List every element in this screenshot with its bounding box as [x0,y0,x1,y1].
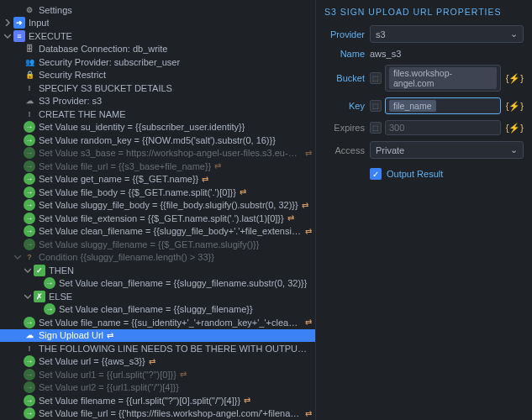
item-sv-sluggy-filename[interactable]: → Set Value sluggy_filename = {{$_GET.na… [0,238,315,251]
value: files.workshop-angel.com [389,67,497,89]
item-s3-provider[interactable]: ☁ S3 Provider: s3 [0,95,315,108]
prop-key: Key ⬚ file_name {⚡} [324,97,524,114]
output-badge: ⇄ [202,175,208,184]
arrow-icon: → [44,303,55,315]
label: Settings [39,5,72,15]
item-sv-random-key[interactable]: → Set Value random_key = {{NOW.md5('salt… [0,134,315,147]
dynamic-icon[interactable]: ⬚ [370,122,382,134]
item-condition[interactable]: ? Condition {{sluggy_filename.length() >… [0,251,315,265]
then-icon: ✓ [34,265,45,276]
item-sv-sluggy-file-body[interactable]: → Set Value sluggy_file_body = {{file_bo… [0,199,315,213]
value: 300 [389,123,404,133]
item-security-provider[interactable]: 👥 Security Provider: subscriber_user [0,55,315,69]
item-sv-then-clean[interactable]: → Set Value clean_filename = {{sluggy_fi… [0,277,315,291]
item-specify-s3[interactable]: ! SPECIFY S3 BUCKET DETAILS [0,81,315,95]
label: Sign Upload Url [39,330,103,340]
item-sv-filename2[interactable]: → Set Value filename = {{url.split("?")[… [0,394,315,407]
bolt-icon[interactable]: {⚡} [506,101,524,112]
item-sv-file-url2[interactable]: → Set Value file_url = {{'https://files.… [0,407,315,421]
access-select[interactable]: Private ⌄ [370,141,524,159]
label: Set Value file_extension = {{$_GET.name.… [39,213,284,223]
cloud-icon: ☁ [24,95,35,107]
value: file_name [389,100,436,112]
bolt-icon[interactable]: {⚡} [506,73,524,84]
label: Set Value filename = {{url.split("?")[0]… [39,396,240,406]
label: Set Value file_body = {{$_GET.name.split… [39,187,236,197]
label: Key [324,101,365,111]
prop-name: Name aws_s3 [324,49,524,59]
provider-select[interactable]: s3 ⌄ [370,25,524,43]
item-settings[interactable]: ⚙ Settings [0,3,315,17]
label: Access [324,145,365,155]
item-sv-url2[interactable]: → Set Value url2 = {{url1.split("/")[4]}… [0,381,315,395]
output-badge: ⇄ [149,357,155,366]
name-input[interactable]: aws_s3 [370,49,401,59]
output-badge: ⇄ [305,318,312,327]
chevron-down-icon [24,266,32,275]
item-sv-su-identity[interactable]: → Set Value su_identity = {{subscriber_u… [0,121,315,134]
label: Provider [324,29,365,39]
label: Set Value clean_filename = {{sluggy_file… [59,304,253,314]
item-input[interactable]: ➜ Input [0,17,315,30]
chevron-right-icon [3,18,12,27]
key-input[interactable]: file_name [385,97,501,114]
bolt-icon[interactable]: {⚡} [506,123,524,134]
output-badge: ⇄ [302,201,308,210]
output-checkbox[interactable]: ✓ [370,168,382,180]
item-sign-upload[interactable]: ☁ Sign Upload Url ⇄ [0,329,315,343]
label: Set Value sluggy_file_body = {{file_body… [39,200,298,210]
item-security-restrict[interactable]: 🔒 Security Restrict [0,69,315,82]
prop-provider: Provider s3 ⌄ [324,25,524,43]
arrow-icon: → [24,407,35,419]
question-icon: ? [24,251,35,263]
output-badge: ⇄ [244,396,250,405]
prop-bucket: Bucket ⬚ files.workshop-angel.com {⚡} [324,65,524,92]
item-sv-else-clean[interactable]: → Set Value clean_filename = {{sluggy_fi… [0,303,315,317]
label: Security Restrict [39,70,106,80]
arrow-icon: → [24,134,35,146]
item-sv-clean-filename[interactable]: → Set Value clean_filename = {{sluggy_fi… [0,225,315,239]
label: Bucket [324,73,365,83]
panel-title: S3 SIGN UPLOAD URL PROPERTIES [324,7,524,17]
dynamic-icon[interactable]: ⬚ [370,100,382,112]
arrow-icon: → [24,199,35,211]
item-sv-url[interactable]: → Set Value url = {{aws_s3}} ⇄ [0,355,315,369]
item-execute[interactable]: ≡ EXECUTE [0,29,315,43]
arrow-icon: → [24,173,35,185]
expires-input[interactable]: 300 [385,120,501,135]
label: Set Value url1 = {{url.split("?")[0]}} [39,370,176,380]
label: ELSE [49,291,72,302]
comment-icon: ! [24,82,35,94]
label: Set Value file_name = {{su_identity+'_'+… [39,318,302,328]
label: Security Provider: subscriber_user [39,57,180,67]
gear-icon: ⚙ [24,4,35,16]
item-following-line[interactable]: ! THE FOLLOWING LINE NEEDS TO BE THERE W… [0,342,315,355]
chevron-down-icon [13,253,22,261]
label: THE FOLLOWING LINE NEEDS TO BE THERE WIT… [39,344,312,354]
item-sv-file-body[interactable]: → Set Value file_body = {{$_GET.name.spl… [0,186,315,199]
item-sv-file-name[interactable]: → Set Value file_name = {{su_identity+'_… [0,316,315,329]
arrow-icon: → [24,381,35,393]
item-sv-file-url[interactable]: → Set Value file_url = {{s3_base+file_na… [0,160,315,173]
item-sv-get-name[interactable]: → Set Value get_name = {{$_GET.name}} ⇄ [0,173,315,186]
item-sv-url1[interactable]: → Set Value url1 = {{url.split("?")[0]}}… [0,368,315,381]
bucket-input[interactable]: files.workshop-angel.com [385,65,501,92]
chevron-down-icon: ⌄ [510,29,518,39]
label: Name [324,49,365,59]
label: Set Value clean_filename = {{sluggy_file… [39,226,302,236]
output-badge: ⇄ [305,409,312,418]
arrow-icon: → [24,160,35,172]
item-create-name[interactable]: ! CREATE THE NAME [0,108,315,121]
arrow-icon: → [24,213,35,224]
item-sv-s3-base[interactable]: → Set Value s3_base = https://workshop-a… [0,147,315,160]
database-icon: 🗄 [24,43,35,55]
arrow-icon: → [24,395,35,407]
label: Condition {{sluggy_filename.length() > 3… [39,252,214,262]
item-sv-file-extension[interactable]: → Set Value file_extension = {{$_GET.nam… [0,212,315,225]
dynamic-icon[interactable]: ⬚ [370,72,382,84]
item-db-connection[interactable]: 🗄 Database Connection: db_write [0,43,315,56]
output-badge: ⇄ [305,149,312,158]
item-then[interactable]: ✓ THEN [0,264,315,277]
label: CREATE THE NAME [39,109,126,119]
item-else[interactable]: ✗ ELSE [0,290,315,303]
